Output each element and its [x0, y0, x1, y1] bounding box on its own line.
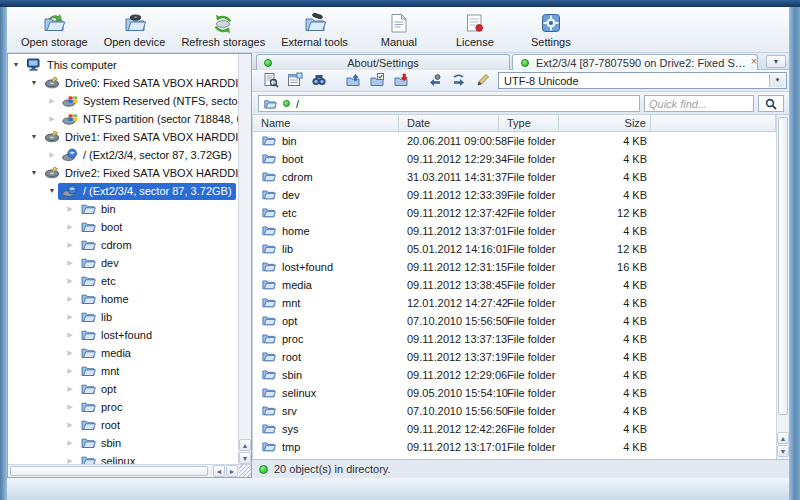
tree-node-this-computer[interactable]: ▼This computer — [8, 56, 238, 74]
table-row[interactable]: bin20.06.2011 09:00:58File folder4 KB — [253, 132, 776, 150]
open-storage-button[interactable]: Open storage — [13, 9, 96, 51]
tree-node-content[interactable]: Drive1: Fixed SATA VBOX HARDDISK — [40, 129, 238, 146]
expand-arrow-icon[interactable]: ▶ — [64, 398, 76, 416]
recover-files-button[interactable] — [390, 72, 412, 90]
table-row[interactable]: mnt12.01.2012 14:27:42File folder4 KB — [253, 294, 776, 312]
tree-node-content[interactable]: cdrom — [76, 237, 136, 254]
tree-node-cdrom[interactable]: ▶cdrom — [8, 236, 238, 254]
expand-arrow-icon[interactable]: ▶ — [64, 326, 76, 344]
scroll-down-icon[interactable]: ▼ — [777, 445, 789, 457]
tree-node-content[interactable]: root — [76, 417, 124, 434]
tree-node-proc[interactable]: ▶proc — [8, 398, 238, 416]
table-row[interactable]: cdrom31.03.2011 14:31:37File folder4 KB — [253, 168, 776, 186]
column-header-size[interactable]: Size — [559, 115, 651, 131]
external-tools-button[interactable]: External tools — [273, 9, 356, 51]
open-sectors-button[interactable] — [260, 72, 282, 90]
tree-node-content[interactable]: / (Ext2/3/4, sector 87, 3.72GB) — [58, 147, 236, 164]
tab-about-settings[interactable]: About/Settings — [256, 54, 510, 70]
table-row[interactable]: opt07.10.2010 15:56:50File folder4 KB — [253, 312, 776, 330]
scroll-up-icon[interactable]: ▲ — [239, 439, 251, 451]
tree-node-ext2-3-4-sector-87-3-72gb[interactable]: ▶/ (Ext2/3/4, sector 87, 3.72GB) — [8, 146, 238, 164]
collapse-arrow-icon[interactable]: ▼ — [46, 182, 58, 200]
expand-arrow-icon[interactable]: ▶ — [64, 236, 76, 254]
tree-node-content[interactable]: sbin — [76, 435, 125, 452]
tree-node-ntfs-partition-sector-718848-69-65gb[interactable]: ▶NTFS partition (sector 718848, 69.65GB) — [8, 110, 238, 128]
expand-arrow-icon[interactable]: ▶ — [64, 272, 76, 290]
table-row[interactable]: media09.11.2012 13:38:45File folder4 KB — [253, 276, 776, 294]
tree-node-media[interactable]: ▶media — [8, 344, 238, 362]
collapse-arrow-icon[interactable]: ▼ — [10, 56, 22, 74]
tree-node-drive2-fixed-sata-vbox-harddisk[interactable]: ▼Drive2: Fixed SATA VBOX HARDDISK — [8, 164, 238, 182]
resize-grip[interactable] — [239, 465, 251, 477]
tree-node-content[interactable]: selinux — [76, 453, 139, 465]
tab-close-button[interactable]: × — [747, 55, 761, 68]
tree-node-content[interactable]: lib — [76, 309, 116, 326]
tree-node-content[interactable]: boot — [76, 219, 126, 236]
table-row[interactable]: root09.11.2012 13:37:19File folder4 KB — [253, 348, 776, 366]
tree-node-lib[interactable]: ▶lib — [8, 308, 238, 326]
tab-ext-volume[interactable]: Ext2/3/4 [87-7807590 on Drive2: Fixed SA… — [512, 54, 758, 70]
table-row[interactable]: lost+found09.11.2012 12:31:15File folder… — [253, 258, 776, 276]
table-row[interactable]: boot09.11.2012 12:29:34File folder4 KB — [253, 150, 776, 168]
tree-node-boot[interactable]: ▶boot — [8, 218, 238, 236]
next-position-button[interactable] — [448, 72, 470, 90]
parent-dir-button[interactable] — [342, 72, 364, 90]
tree-node-selinux[interactable]: ▶selinux — [8, 452, 238, 464]
table-row[interactable]: sys09.11.2012 12:42:26File folder4 KB — [253, 420, 776, 438]
tree-node-drive1-fixed-sata-vbox-harddisk[interactable]: ▼Drive1: Fixed SATA VBOX HARDDISK — [8, 128, 238, 146]
collapse-arrow-icon[interactable]: ▼ — [28, 128, 40, 146]
column-header-date[interactable]: Date — [399, 115, 499, 131]
file-list-scrollbar[interactable]: ▲ ▼ — [776, 115, 789, 459]
scroll-left-icon[interactable]: ◄ — [213, 465, 225, 477]
mark-files-button[interactable] — [366, 72, 388, 90]
expand-arrow-icon[interactable]: ▶ — [64, 218, 76, 236]
scroll-down-icon[interactable]: ▼ — [239, 452, 251, 464]
tree-node-content[interactable]: opt — [76, 381, 120, 398]
tree-vertical-scrollbar[interactable]: ▲ ▼ — [238, 54, 251, 464]
tree-node-home[interactable]: ▶home — [8, 290, 238, 308]
scroll-up-icon[interactable]: ▲ — [777, 432, 789, 444]
tree-node-drive0-fixed-sata-vbox-harddisk[interactable]: ▼Drive0: Fixed SATA VBOX HARDDISK — [8, 74, 238, 92]
expand-arrow-icon[interactable]: ▶ — [46, 92, 58, 110]
table-row[interactable]: home09.11.2012 13:37:01File folder4 KB — [253, 222, 776, 240]
encoding-select[interactable]: UTF-8 Unicode ▼ — [498, 72, 787, 89]
refresh-storages-button[interactable]: Refresh storages — [173, 9, 273, 51]
table-row[interactable]: lib05.01.2012 14:16:01File folder12 KB — [253, 240, 776, 258]
volume-partitions-button[interactable] — [284, 72, 306, 90]
tree-node-content[interactable]: Drive2: Fixed SATA VBOX HARDDISK — [40, 165, 238, 182]
tree-node-opt[interactable]: ▶opt — [8, 380, 238, 398]
tree-node-content[interactable]: mnt — [76, 363, 123, 380]
edit-mode-button[interactable] — [472, 72, 494, 90]
table-row[interactable]: etc09.11.2012 12:37:42File folder12 KB — [253, 204, 776, 222]
expand-arrow-icon[interactable]: ▶ — [64, 380, 76, 398]
scroll-right-icon[interactable]: ► — [226, 465, 238, 477]
tree-node-content[interactable]: NTFS partition (sector 718848, 69.65GB) — [58, 111, 238, 128]
tree-node-mnt[interactable]: ▶mnt — [8, 362, 238, 380]
tree-node-content[interactable]: System Reserved (NTFS, sector 2048, 0.34 — [58, 93, 238, 110]
tree-node-lost-found[interactable]: ▶lost+found — [8, 326, 238, 344]
expand-arrow-icon[interactable]: ▶ — [64, 416, 76, 434]
tree-node-content[interactable]: lost+found — [76, 327, 156, 344]
tree-node-content[interactable]: Drive0: Fixed SATA VBOX HARDDISK — [40, 75, 238, 92]
tree-node-system-reserved-ntfs-sector-2048-0-34[interactable]: ▶System Reserved (NTFS, sector 2048, 0.3… — [8, 92, 238, 110]
current-path-field[interactable]: / — [258, 95, 640, 112]
table-row[interactable]: selinux09.05.2010 15:54:10File folder4 K… — [253, 384, 776, 402]
tab-list-dropdown-button[interactable]: ▼ — [766, 55, 786, 68]
tree-node-content[interactable]: etc — [76, 273, 120, 290]
quick-find-input[interactable] — [644, 95, 754, 112]
expand-arrow-icon[interactable]: ▶ — [64, 200, 76, 218]
tree-node-content[interactable]: dev — [76, 255, 123, 272]
column-header-name[interactable]: Name — [253, 115, 399, 131]
tree-node-content[interactable]: media — [76, 345, 135, 362]
table-row[interactable]: srv07.10.2010 15:56:50File folder4 KB — [253, 402, 776, 420]
collapse-arrow-icon[interactable]: ▼ — [28, 74, 40, 92]
tree-node-content[interactable]: proc — [76, 399, 126, 416]
open-device-button[interactable]: Open device — [96, 9, 174, 51]
tree-node-dev[interactable]: ▶dev — [8, 254, 238, 272]
tree-node-content[interactable]: / (Ext2/3/4, sector 87, 3.72GB) — [58, 183, 236, 200]
expand-arrow-icon[interactable]: ▶ — [64, 344, 76, 362]
manual-button[interactable]: Manual — [370, 9, 428, 51]
settings-button[interactable]: Settings — [522, 9, 580, 51]
table-row[interactable]: dev09.11.2012 12:33:39File folder4 KB — [253, 186, 776, 204]
tree-node-sbin[interactable]: ▶sbin — [8, 434, 238, 452]
